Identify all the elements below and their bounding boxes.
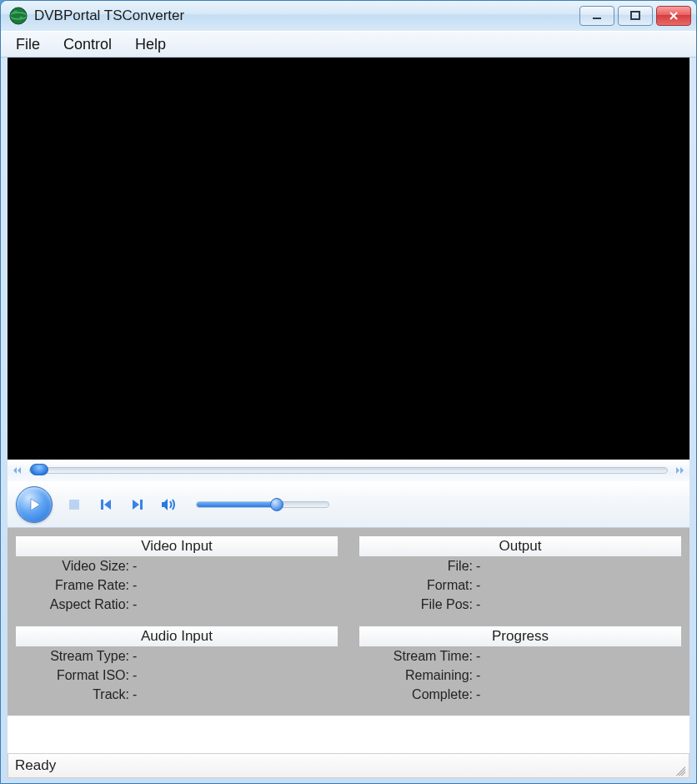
panel-audio-input: Audio Input Stream Type:- Format ISO:- T… (16, 626, 338, 705)
info-row: File Pos:- (359, 595, 681, 614)
info-row: Aspect Ratio:- (16, 595, 338, 614)
panel-header: Video Input (16, 536, 338, 556)
info-label: Track: (16, 685, 133, 704)
info-row: Remaining:- (359, 666, 681, 685)
close-button[interactable] (656, 6, 691, 26)
menu-help[interactable]: Help (125, 33, 176, 57)
stop-button[interactable] (64, 495, 84, 515)
play-button[interactable] (16, 486, 53, 523)
info-value: - (476, 556, 681, 575)
info-value: - (476, 685, 681, 704)
panel-header: Progress (359, 626, 681, 646)
info-row: Format ISO:- (16, 666, 338, 685)
panel-header: Output (359, 536, 681, 556)
info-value: - (476, 575, 681, 595)
info-value: - (133, 556, 338, 575)
minimize-button[interactable] (579, 6, 614, 26)
info-label: Stream Time: (359, 646, 476, 666)
info-label: Stream Type: (16, 646, 133, 666)
info-row: Track:- (16, 685, 338, 704)
menu-control[interactable]: Control (53, 33, 122, 57)
svg-rect-5 (69, 500, 79, 510)
seek-forward-icon[interactable] (673, 464, 684, 477)
info-area: Video Input Video Size:- Frame Rate:- As… (8, 528, 689, 716)
svg-rect-4 (631, 12, 639, 19)
info-label: Format: (359, 575, 476, 595)
window-title: DVBPortal TSConverter (34, 8, 579, 24)
info-label: Complete: (359, 685, 476, 704)
menu-bar: File Control Help (1, 31, 696, 58)
info-value: - (133, 595, 338, 614)
info-label: Remaining: (359, 666, 476, 685)
info-value: - (133, 646, 338, 666)
info-value: - (133, 685, 338, 704)
panel-progress: Progress Stream Time:- Remaining:- Compl… (359, 626, 681, 705)
info-row: File:- (359, 556, 681, 575)
svg-rect-6 (101, 500, 103, 510)
info-value: - (476, 646, 681, 666)
volume-icon[interactable] (159, 495, 179, 515)
globe-icon (9, 7, 28, 25)
svg-rect-3 (593, 18, 601, 19)
maximize-button[interactable] (618, 6, 653, 26)
panel-output: Output File:- Format:- File Pos:- (359, 536, 681, 615)
info-label: Aspect Ratio: (16, 595, 133, 614)
seek-bar (8, 460, 689, 481)
info-row: Format:- (359, 575, 681, 595)
seek-track[interactable] (29, 467, 668, 474)
panel-header: Audio Input (16, 626, 338, 646)
prev-button[interactable] (96, 495, 116, 515)
info-label: File: (359, 556, 476, 575)
playback-controls (8, 481, 689, 528)
volume-fill (197, 502, 273, 507)
title-bar[interactable]: DVBPortal TSConverter (1, 1, 696, 31)
seek-back-icon[interactable] (13, 464, 24, 477)
status-bar: Ready (8, 753, 689, 778)
info-value: - (133, 666, 338, 685)
info-value: - (133, 575, 338, 595)
panel-video-input: Video Input Video Size:- Frame Rate:- As… (16, 536, 338, 615)
content-area: Video Input Video Size:- Frame Rate:- As… (8, 58, 689, 753)
menu-file[interactable]: File (6, 33, 50, 57)
info-value: - (476, 666, 681, 685)
info-row: Stream Time:- (359, 646, 681, 666)
resize-grip-icon[interactable] (674, 764, 685, 776)
info-label: Format ISO: (16, 666, 133, 685)
info-row: Video Size:- (16, 556, 338, 575)
svg-rect-7 (140, 500, 143, 510)
window-controls (579, 6, 691, 26)
volume-thumb[interactable] (270, 498, 283, 511)
app-window: DVBPortal TSConverter File Control Help (0, 0, 697, 784)
status-text: Ready (15, 757, 56, 774)
info-label: Frame Rate: (16, 575, 133, 595)
video-preview[interactable] (8, 58, 689, 460)
next-button[interactable] (128, 495, 148, 515)
info-row: Complete:- (359, 685, 681, 704)
info-row: Frame Rate:- (16, 575, 338, 595)
info-row: Stream Type:- (16, 646, 338, 666)
info-label: Video Size: (16, 556, 133, 575)
info-value: - (476, 595, 681, 614)
volume-slider[interactable] (196, 501, 329, 508)
info-label: File Pos: (359, 595, 476, 614)
seek-thumb[interactable] (30, 464, 48, 475)
